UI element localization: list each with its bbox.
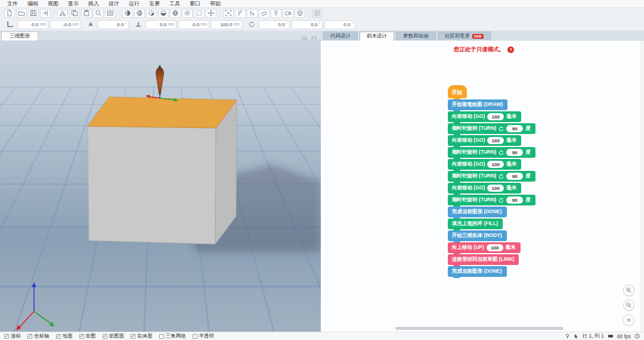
zoom-in-button[interactable]: [623, 285, 634, 296]
render-mode-icon[interactable]: [608, 333, 614, 339]
block-12[interactable]: 填充上笔的环 (FILL): [448, 219, 503, 229]
menu-item-9[interactable]: 工具: [165, 0, 185, 8]
settings-gear-button[interactable]: [182, 9, 193, 18]
zoom-reset-button[interactable]: [623, 314, 634, 326]
block-value-input[interactable]: 100: [487, 185, 504, 192]
toggle-1[interactable]: 游标: [4, 333, 21, 340]
cursor-icon[interactable]: [574, 333, 579, 339]
block-7[interactable]: 向前移动 (GO)100毫米: [448, 159, 521, 170]
cut-button[interactable]: [57, 9, 68, 18]
pane-help-icon[interactable]: [302, 33, 307, 39]
measure-angle-button[interactable]: [247, 9, 258, 18]
block-8[interactable]: 顺时针旋转 (TURN)90度: [448, 171, 535, 182]
block-2[interactable]: 开始落笔绘图 (DRAW): [448, 99, 507, 110]
position-field-7[interactable]: 0.0°: [259, 20, 290, 29]
toggle-2[interactable]: 坐标轴: [27, 333, 49, 340]
block-10[interactable]: 顺时针旋转 (TURN)90度: [448, 195, 535, 205]
checkbox-checked-icon[interactable]: [56, 334, 61, 339]
position-field-5[interactable]: 0.0mm: [178, 20, 209, 29]
block-11[interactable]: 完成当前图形 (DONE): [448, 207, 507, 217]
menu-item-4[interactable]: 显示: [63, 0, 83, 8]
block-value-input[interactable]: 90: [506, 125, 523, 132]
clock-icon[interactable]: [634, 333, 640, 339]
copy-button[interactable]: [69, 9, 80, 18]
camera-view-button[interactable]: [283, 9, 293, 18]
tab-1[interactable]: 代码设计: [323, 32, 358, 40]
block-5[interactable]: 向前移动 (GO)100毫米: [448, 135, 521, 146]
move-pan-button[interactable]: [206, 9, 216, 18]
block-1[interactable]: 开始: [448, 85, 467, 98]
menu-item-3[interactable]: 视图: [43, 0, 63, 8]
paste-button[interactable]: [81, 9, 92, 18]
block-value-input[interactable]: 90: [506, 149, 523, 156]
view-shaded-button[interactable]: [122, 9, 133, 18]
block-13[interactable]: 开始三维实体 (BODY): [448, 230, 507, 241]
eraser-button[interactable]: [259, 9, 270, 18]
import-model-button[interactable]: [40, 9, 51, 18]
horizontal-scrollbar-thumb[interactable]: [395, 327, 564, 330]
checkbox-checked-icon[interactable]: [27, 334, 32, 339]
location-pin-icon[interactable]: [565, 333, 570, 339]
menu-item-7[interactable]: 运行: [124, 0, 144, 8]
menu-item-2[interactable]: 编辑: [23, 0, 43, 8]
toggle-6[interactable]: 实体面: [131, 333, 153, 340]
view-half-section-button[interactable]: [146, 9, 157, 18]
menu-item-10[interactable]: 窗口: [185, 0, 205, 8]
block-4[interactable]: 顺时针旋转 (TURN)90度: [448, 123, 535, 134]
measure-vertical-button[interactable]: [235, 9, 246, 18]
checkbox-checked-icon[interactable]: [103, 334, 107, 339]
tab-4[interactable]: 社区和竞赛new: [438, 32, 491, 40]
toggle-3[interactable]: 地面: [56, 333, 73, 340]
checkbox-checked-icon[interactable]: [4, 334, 9, 339]
select-box-button[interactable]: [194, 9, 205, 18]
block-3[interactable]: 向前移动 (GO)100毫米: [448, 111, 521, 122]
block-9[interactable]: 向前移动 (GO)100毫米: [448, 183, 521, 194]
tab-2[interactable]: 积木设计: [360, 32, 394, 40]
zoom-search-button[interactable]: [93, 9, 104, 18]
move-manipulator[interactable]: [145, 65, 178, 102]
checkbox-checked-icon[interactable]: [79, 334, 84, 339]
block-value-input[interactable]: 100: [487, 113, 504, 120]
block-value-input[interactable]: 100: [487, 137, 504, 144]
tab-3[interactable]: 参数和动画: [396, 32, 436, 40]
block-value-input[interactable]: 90: [506, 196, 523, 204]
menu-item-5[interactable]: 插入: [83, 0, 104, 8]
vertical-scrollbar[interactable]: [640, 40, 644, 332]
fit-view-button[interactable]: [223, 9, 234, 18]
save-file-button[interactable]: [28, 9, 39, 18]
3d-viewport[interactable]: [0, 40, 321, 332]
checkbox-unchecked-icon[interactable]: [193, 334, 197, 339]
position-field-3[interactable]: 0.0°: [98, 20, 129, 29]
toggle-5[interactable]: 草图面: [103, 333, 125, 340]
block-16[interactable]: 完成当前图形 (DONE): [448, 266, 507, 277]
position-field-9[interactable]: 0.0°: [324, 20, 355, 29]
open-file-button[interactable]: [16, 9, 27, 18]
block-14[interactable]: 向上移动 (UP)100毫米: [448, 242, 521, 253]
manipulator-cone[interactable]: [156, 67, 163, 95]
block-value-input[interactable]: 100: [487, 161, 504, 168]
position-field-8[interactable]: 0.0°: [292, 20, 323, 29]
menu-item-11[interactable]: 帮助: [205, 0, 225, 8]
block-15[interactable]: 连接形状到当前草图 (LINK): [448, 254, 519, 265]
position-field-6[interactable]: 100.0mm: [211, 20, 242, 29]
block-value-input[interactable]: 90: [506, 173, 523, 180]
position-field-2[interactable]: -0.0mm: [50, 20, 81, 29]
toggle-8[interactable]: 半透明: [193, 333, 215, 340]
menu-item-1[interactable]: 文件: [2, 0, 23, 8]
block-6[interactable]: 顺时针旋转 (TURN)90度: [448, 147, 535, 158]
view-shaded-edges-button[interactable]: [134, 9, 145, 18]
mesh-cube-button[interactable]: [295, 9, 305, 18]
viewport-tab-3d[interactable]: 三维图形: [1, 32, 38, 40]
pane-maximize-icon[interactable]: [311, 33, 317, 39]
checkbox-checked-icon[interactable]: [131, 334, 135, 339]
drop-pin-button[interactable]: [271, 9, 281, 18]
view-wireframe-button[interactable]: [170, 9, 181, 18]
view-bottom-button[interactable]: [158, 9, 169, 18]
new-file-button[interactable]: [4, 9, 15, 18]
position-field-4[interactable]: 0.0mm: [145, 20, 177, 29]
position-field-1[interactable]: 0.0mm: [17, 20, 48, 29]
outline-list-button[interactable]: [105, 9, 116, 18]
toggle-7[interactable]: 三角网格: [159, 333, 186, 340]
zoom-out-button[interactable]: [623, 300, 634, 311]
menu-item-8[interactable]: 竞赛: [144, 0, 165, 8]
